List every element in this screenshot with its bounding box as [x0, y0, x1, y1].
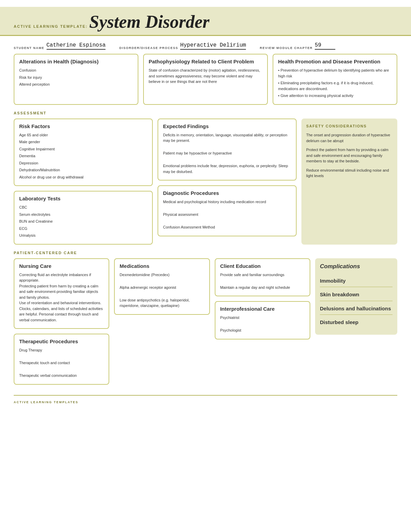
nursing-care-title: Nursing Care: [19, 263, 104, 269]
health-promo-item-1: • Prevention of hyperactive delirium by …: [278, 67, 392, 79]
assessment-center: Expected Findings Deficits in memory, or…: [158, 119, 297, 245]
health-promo-item-2: • Eliminating precipitating factors e.g.…: [278, 80, 392, 91]
ic-item-2: Psychologist: [220, 327, 305, 333]
risk-factors-box: Risk Factors Age 65 and older Male gende…: [14, 119, 153, 186]
ce-item-2: Maintain a regular day and night schedul…: [220, 285, 305, 290]
expected-item-2: Patient may be hypoactive or hyperactive: [163, 150, 291, 156]
complication-4: Disturbed sleep: [320, 316, 393, 329]
student-name-value: Catherine Espinosa: [47, 42, 106, 50]
risk-item-3: Cognitive Impairment: [19, 146, 147, 152]
diagnostic-procedures-title: Diagnostic Procedures: [163, 190, 291, 196]
risk-item-6: Dehydration/Malnutrition: [19, 167, 147, 173]
complication-3: Delusions and hallucinations: [320, 302, 393, 315]
alteration-item-1: Confusion: [19, 67, 133, 73]
lab-item-5: Urinalysis: [19, 233, 147, 238]
expected-findings-content: Deficits in memory, orientation, languag…: [163, 132, 291, 175]
complications-title: Complications: [320, 263, 393, 270]
page: ACTIVE LEARNING TEMPLATE: System Disorde…: [0, 0, 411, 532]
health-promo-item-3: • Give attention to increasing physical …: [278, 93, 392, 99]
alterations-content: Confusion Risk for injury Altered percep…: [19, 67, 133, 87]
patient-left: Nursing Care Correcting fluid an electro…: [14, 258, 109, 385]
patient-centered-section: PATIENT-CENTERED CARE Nursing Care Corre…: [14, 251, 397, 385]
patient-right: Client Education Provide safe and famili…: [215, 258, 310, 339]
diag-item-2: Physical assessment: [163, 212, 291, 218]
risk-item-4: Dementia: [19, 153, 147, 159]
footer: ACTIVE LEARNING TEMPLATES: [14, 395, 397, 405]
student-name-label: STUDENT NAME: [14, 46, 45, 50]
safety-para-1: The onset and progression duration of hy…: [306, 132, 393, 144]
expected-item-3: Emotional problems include fear, depress…: [163, 163, 291, 174]
diagnostic-procedures-box: Diagnostic Procedures Medical and psycho…: [158, 185, 297, 236]
alteration-item-2: Risk for injury: [19, 75, 133, 81]
disorder-label: DISORDER/DISEASE PROCESS: [119, 46, 178, 50]
student-info: STUDENT NAME Catherine Espinosa DISORDER…: [14, 42, 397, 51]
medications-title: Medications: [120, 263, 204, 269]
alterations-box: Alterations in Health (Diagnosis) Confus…: [14, 54, 138, 105]
pathophysiology-text: State of confusion characterized by (mot…: [149, 67, 262, 85]
client-education-title: Client Education: [220, 263, 305, 269]
health-promotion-content: • Prevention of hyperactive delirium by …: [278, 67, 392, 99]
disorder-field: DISORDER/DISEASE PROCESS Hyperactive Del…: [119, 42, 246, 50]
therapeutic-procedures-title: Therapeutic Procedures: [19, 338, 104, 345]
lab-item-1: CBC: [19, 205, 147, 210]
header: ACTIVE LEARNING TEMPLATE: System Disorde…: [0, 7, 411, 36]
nursing-care-text: Correcting fluid an electrolyte imbalanc…: [19, 272, 104, 323]
risk-item-7: Alcohol or drug use or drug withdrawal: [19, 174, 147, 180]
lab-tests-content: CBC Serum electrolytes BUN and Creatinin…: [19, 205, 147, 238]
tp-item-3: Therapeutic verbal communication: [19, 373, 104, 379]
nursing-care-content: Correcting fluid an electrolyte imbalanc…: [19, 272, 104, 323]
diag-item-3: Confusion Assessment Method: [163, 224, 291, 230]
tp-item-1: Drug Therapy: [19, 347, 104, 353]
top-section: Alterations in Health (Diagnosis) Confus…: [14, 54, 397, 105]
med-item-1: Dexmedetomidine (Precedex): [120, 272, 204, 278]
risk-item-1: Age 65 and older: [19, 132, 147, 138]
review-value: 59: [315, 42, 335, 50]
patient-centered-label: PATIENT-CENTERED CARE: [14, 251, 397, 255]
safety-para-2: Protect the patient from harm by providi…: [306, 147, 393, 164]
alterations-title: Alterations in Health (Diagnosis): [19, 59, 133, 65]
pathophysiology-title: Pathophysiology Related to Client Proble…: [149, 59, 262, 65]
risk-factors-content: Age 65 and older Male gender Cognitive I…: [19, 132, 147, 180]
medications-box: Medications Dexmedetomidine (Precedex) A…: [114, 258, 210, 315]
client-education-box: Client Education Provide safe and famili…: [215, 258, 310, 297]
complications-box: Complications Immobility Skin breakdown …: [315, 258, 397, 335]
risk-factors-title: Risk Factors: [19, 123, 147, 129]
risk-item-5: Depression: [19, 160, 147, 166]
therapeutic-procedures-box: Therapeutic Procedures Drug Therapy Ther…: [14, 334, 109, 385]
med-item-3: Low dose antipsychotics (e.g. haloperido…: [120, 297, 204, 309]
review-label: REVIEW MODULE CHAPTER: [260, 46, 313, 50]
expected-findings-title: Expected Findings: [163, 123, 291, 129]
expected-findings-box: Expected Findings Deficits in memory, or…: [158, 119, 297, 181]
ic-item-1: Psychiatrist: [220, 315, 305, 321]
pathophysiology-box: Pathophysiology Related to Client Proble…: [143, 54, 268, 105]
template-label: ACTIVE LEARNING TEMPLATE:: [14, 24, 88, 28]
lab-item-2: Serum electrolytes: [19, 212, 147, 218]
safety-box: SAFETY CONSIDERATIONS The onset and prog…: [301, 119, 397, 245]
assessment-label: ASSESSMENT: [14, 111, 397, 115]
pathophysiology-content: State of confusion characterized by (mot…: [149, 67, 262, 85]
footer-text: ACTIVE LEARNING TEMPLATES: [14, 400, 78, 404]
complication-1: Immobility: [320, 275, 393, 287]
nursing-care-box: Nursing Care Correcting fluid an electro…: [14, 258, 109, 329]
health-promotion-box: Health Promotion and Disease Prevention …: [273, 54, 397, 105]
lab-tests-title: Laboratory Tests: [19, 196, 147, 202]
safety-title: SAFETY CONSIDERATIONS: [306, 123, 393, 129]
interprofessional-care-title: Interprofessional Care: [220, 306, 305, 312]
complication-2: Skin breakdown: [320, 288, 393, 301]
interprofessional-care-content: Psychiatrist Psychologist: [220, 315, 305, 333]
assessment-section: ASSESSMENT Risk Factors Age 65 and older…: [14, 111, 397, 245]
review-field: REVIEW MODULE CHAPTER 59: [260, 42, 335, 50]
diagnostic-procedures-content: Medical and psychological history includ…: [163, 199, 291, 230]
assessment-layout: Risk Factors Age 65 and older Male gende…: [14, 119, 397, 245]
alteration-item-3: Altered perception: [19, 82, 133, 87]
medications-col: Medications Dexmedetomidine (Precedex) A…: [114, 258, 210, 315]
patient-layout: Nursing Care Correcting fluid an electro…: [14, 258, 397, 385]
med-item-2: Alpha adrenergic receptor agonist: [120, 285, 204, 290]
expected-item-1: Deficits in memory, orientation, languag…: [163, 132, 291, 144]
diag-item-1: Medical and psychological history includ…: [163, 199, 291, 205]
therapeutic-procedures-content: Drug Therapy Therapeutic touch and conta…: [19, 347, 104, 379]
disorder-value: Hyperactive Delirium: [180, 42, 246, 50]
lab-item-3: BUN and Creatinine: [19, 219, 147, 224]
laboratory-tests-box: Laboratory Tests CBC Serum electrolytes …: [14, 191, 153, 245]
ce-item-1: Provide safe and familiar surroundings: [220, 272, 305, 278]
